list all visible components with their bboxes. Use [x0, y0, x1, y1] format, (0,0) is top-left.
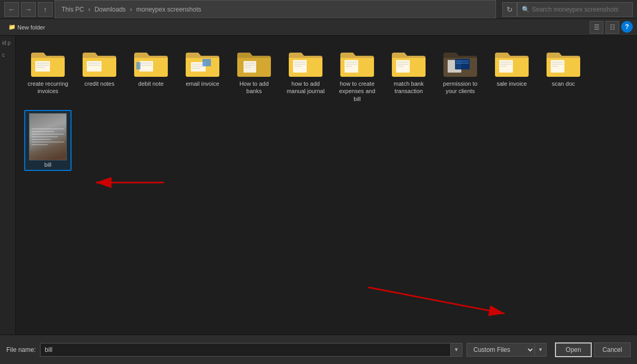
help-button[interactable]: ? [621, 21, 633, 33]
folder-icon [493, 47, 531, 79]
file-thumbnail [29, 113, 67, 160]
folder-item-match-bank-transaction[interactable]: match bank transaction [385, 44, 432, 106]
folder-icon [29, 47, 67, 79]
svg-rect-16 [244, 61, 256, 73]
folder-label: create recurring invoices [27, 80, 68, 95]
folder-item-create-recurring-invoices[interactable]: create recurring invoices [24, 44, 72, 106]
folder-icon [441, 47, 479, 79]
folder-icon [287, 47, 325, 79]
up-button[interactable]: ↑ [38, 2, 53, 17]
folder-label: permission to your clients [440, 80, 481, 95]
folder-item-debit-note[interactable]: debit note [127, 44, 175, 106]
content-area: create recurring invoices credit notes [16, 36, 637, 335]
folder-icon [80, 47, 118, 79]
view-details-button[interactable]: ☰ [590, 21, 603, 34]
folder-icon [390, 47, 428, 79]
folder-label: sale invoice [497, 80, 527, 87]
action-buttons: Open Cancel [555, 342, 631, 357]
folder-icon [235, 47, 273, 79]
title-bar: ← → ↑ This PC › Downloads › moneypex scr… [0, 0, 637, 19]
folder-label: scan doc [552, 80, 575, 87]
svg-rect-0 [35, 61, 50, 72]
filetype-dropdown-button[interactable]: ▼ [535, 343, 547, 357]
folder-icon [184, 47, 221, 79]
filetype-select[interactable]: Custom Files [467, 343, 535, 357]
folder-icon [338, 47, 376, 79]
breadcrumb-sep1: › [88, 6, 90, 13]
thumbnail-image [29, 114, 66, 160]
file-item-bill[interactable]: bill [24, 110, 72, 171]
back-button[interactable]: ← [4, 2, 19, 17]
new-folder-icon: 📁 [8, 24, 16, 31]
toolbar: 📁 New folder ☰ ☷ ? [0, 19, 637, 36]
filename-dropdown-button[interactable]: ▼ [451, 343, 462, 357]
folder-label: how to create expenses and bill [337, 80, 378, 103]
breadcrumb[interactable]: This PC › Downloads › moneypex screensho… [55, 0, 496, 18]
folder-label: credit notes [85, 80, 115, 87]
refresh-button[interactable]: ↻ [502, 2, 517, 17]
folder-item-scan-doc[interactable]: scan doc [540, 44, 587, 106]
sidebar-label: id p [0, 36, 15, 50]
folder-label: debit note [138, 80, 164, 87]
folder-icon [544, 47, 582, 79]
open-button[interactable]: Open [555, 342, 592, 357]
current-folder-link[interactable]: moneypex screenshots [136, 6, 201, 13]
folder-item-how-to-add-manual-journal[interactable]: how to add manual journal [282, 44, 329, 106]
folder-item-how-to-create-expenses-and-bill[interactable]: how to create expenses and bill [333, 44, 381, 106]
filename-input[interactable] [40, 343, 451, 357]
forward-button[interactable]: → [21, 2, 36, 17]
svg-rect-4 [87, 61, 102, 72]
breadcrumb-sep2: › [130, 6, 132, 13]
folder-item-how-to-add-banks[interactable]: How to add banks [230, 44, 278, 106]
svg-rect-10 [136, 62, 140, 69]
folder-label: email invoice [186, 80, 219, 87]
second-row: bill [24, 110, 629, 171]
filename-label: File name: [6, 346, 36, 353]
svg-rect-15 [203, 59, 211, 66]
new-folder-button[interactable]: 📁 New folder [4, 21, 49, 34]
folder-icon [132, 47, 170, 79]
folder-item-credit-notes[interactable]: credit notes [76, 44, 123, 106]
thispc-link[interactable]: This PC [62, 6, 84, 13]
folder-label: how to add manual journal [285, 80, 326, 95]
folder-label: match bank transaction [388, 80, 429, 95]
folder-item-sale-invoice[interactable]: sale invoice [488, 44, 535, 106]
view-icons: ☰ ☷ ? [590, 21, 633, 34]
cancel-button[interactable]: Cancel [594, 342, 631, 357]
svg-line-46 [368, 287, 504, 314]
file-label: bill [44, 161, 51, 168]
search-bar[interactable]: 🔍 [517, 2, 633, 17]
sidebar: id p c [0, 36, 16, 335]
filetype-select-wrap: Custom Files ▼ [467, 343, 547, 357]
main-layout: id p c create recurring invoices [0, 36, 637, 335]
folder-grid: create recurring invoices credit notes [24, 44, 629, 106]
folder-label: How to add banks [234, 80, 275, 95]
folder-item-email-invoice[interactable]: email invoice [179, 44, 226, 106]
search-input[interactable] [532, 6, 628, 13]
view-tiles-button[interactable]: ☷ [605, 21, 619, 34]
search-icon: 🔍 [522, 6, 530, 13]
sidebar-label2: c [0, 50, 15, 60]
folder-item-permission-to-your-clients[interactable]: permission to your clients [437, 44, 484, 106]
svg-rect-7 [139, 61, 153, 72]
downloads-link[interactable]: Downloads [95, 6, 126, 13]
svg-rect-33 [455, 59, 470, 69]
filename-input-wrap: ▼ [40, 343, 462, 357]
bottom-bar: File name: ▼ Custom Files ▼ Open Cancel [0, 335, 637, 364]
